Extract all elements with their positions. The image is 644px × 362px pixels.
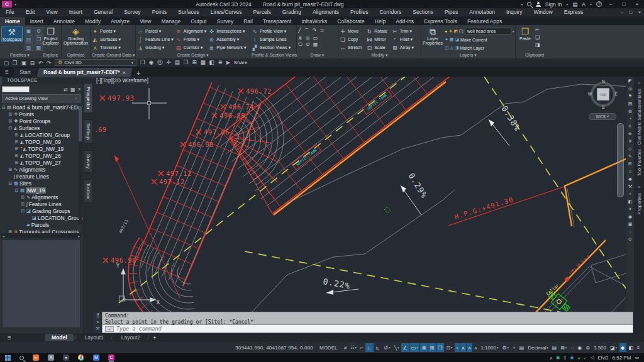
close-icon[interactable]: × [123, 70, 126, 75]
ribbon-button[interactable]: ⊡Scale [366, 43, 387, 52]
menu-item[interactable]: Lines/Curves [205, 9, 248, 15]
windows-start-button[interactable] [5, 355, 11, 361]
draw-tool-icon[interactable]: ▭ [313, 35, 318, 41]
qat-icon[interactable]: ↶ [38, 60, 43, 66]
menu-item[interactable]: Parcels [247, 9, 276, 15]
ribbon-tab[interactable]: Express Tools [419, 17, 462, 25]
taskbar-app-icon[interactable]: ● [63, 354, 69, 361]
navbar-icon[interactable]: ◇ [628, 146, 631, 151]
toolspace-toolbar-icon[interactable]: ? [78, 87, 80, 92]
draw-tool-icon[interactable]: ↷ [313, 28, 317, 35]
qat-icon[interactable]: ⊟ [30, 60, 35, 66]
properties-tab[interactable]: Properties [636, 193, 642, 214]
palette-grip-icon[interactable]: ≡ [638, 185, 640, 189]
ribbon-button[interactable]: ✦Points ▾ [92, 27, 121, 35]
navbar-icon[interactable]: ✎ [628, 154, 632, 159]
statusbar-toggle[interactable]: ≣▾ [420, 343, 428, 352]
tray-icon[interactable]: ▣ [556, 355, 560, 360]
ribbon-tab[interactable]: Rail [238, 17, 258, 25]
navbar-icon[interactable]: ◆ [628, 177, 631, 182]
navbar-icon[interactable]: ⚑ [628, 94, 632, 99]
ribbon-button[interactable]: ◜Fillet ▾ [392, 35, 414, 43]
menu-item[interactable]: Sections [407, 9, 439, 15]
layer-thaw-icon[interactable]: ☀ [448, 29, 452, 34]
layer-dropdown[interactable]: ● ☀ ◩ ▢ well head area ▾ [445, 27, 514, 35]
statusbar-toggle[interactable]: ∟▾ [365, 343, 374, 352]
draw-tool-icon[interactable]: ╱ [298, 28, 301, 35]
panel-label[interactable]: Create Ground Data ▾ [92, 52, 134, 58]
tray-icon[interactable]: ◉ [570, 355, 574, 360]
toolspace-tree-item[interactable]: ⊞ ✛ Points [0, 111, 82, 118]
menu-item[interactable]: Points [147, 9, 173, 15]
menu-item[interactable]: File [0, 9, 20, 15]
tree-expander-icon[interactable]: ⊞ [21, 202, 25, 207]
ribbon-button[interactable]: ◭Surfaces ▾ [92, 35, 121, 43]
tray-expand-icon[interactable]: ʌ [550, 356, 552, 360]
qat-icon[interactable]: ⊞ [192, 59, 196, 67]
navbar-icon[interactable]: ⊕ [628, 131, 632, 136]
tree-expander-icon[interactable]: ⊞ [8, 112, 13, 117]
navbar-icon[interactable]: ◎ [628, 86, 632, 91]
statusbar-toggle[interactable]: ◆▾ [619, 343, 626, 352]
toolspace-tree-item[interactable]: ⊟ ▦ Sites [0, 180, 82, 187]
statusbar-toggle[interactable]: ⚙▾ [501, 343, 511, 352]
restore-button[interactable]: □ [619, 1, 628, 7]
qat-icon[interactable]: ↷ [47, 60, 51, 66]
ribbon-button[interactable]: ▞Section Views ▾ [252, 43, 291, 52]
ribbon-button[interactable]: ∿Profile ▾ [175, 35, 207, 43]
search-icon[interactable] [527, 2, 531, 6]
drawing-canvas[interactable]: [-][Top][2D Wireframe] 497.93496.72496.7… [94, 77, 634, 312]
ribbon-tab[interactable]: View [135, 17, 156, 25]
panel-label[interactable]: Draw ▾ [298, 52, 336, 58]
compass-north[interactable]: N [602, 79, 605, 84]
navbar-icon[interactable]: ⊞ [628, 162, 632, 167]
tree-expander-icon[interactable]: ⊞ [14, 153, 19, 158]
navbar-icon[interactable]: ◉ [628, 214, 632, 219]
navbar-icon[interactable]: ◌ [629, 229, 631, 234]
model-space-button[interactable]: MODEL [318, 345, 339, 351]
clipboard-tool-icon[interactable]: ◨ [535, 42, 540, 50]
statusbar-toggle[interactable]: ↺▾ [382, 343, 391, 352]
statusbar-toggle[interactable]: ⊠▾ [559, 343, 569, 352]
tree-expander-icon[interactable]: ⊟ [21, 209, 25, 214]
active-drawing-view-dropdown[interactable]: Active Drawing View ˅ [2, 94, 80, 102]
toolspace-tab[interactable]: Prospector [84, 83, 93, 113]
tree-expander-icon[interactable]: ⊞ [14, 133, 19, 138]
draw-tool-icon[interactable]: ⬠ [298, 41, 303, 47]
compass-west[interactable]: W [588, 92, 592, 96]
panel-label[interactable]: Palettes ▾ [1, 52, 38, 58]
add-layout-button[interactable]: + [153, 334, 157, 341]
ribbon-tab[interactable]: Transparent [258, 17, 297, 25]
ribbon-button[interactable]: ✂Trim ▾ [392, 27, 414, 35]
command-grip-icon[interactable]: ⣿ [96, 313, 99, 318]
taskbar-search-icon[interactable] [19, 356, 24, 360]
layer-color-swatch[interactable]: ▢ [459, 29, 464, 34]
layer-unlock-icon[interactable]: ◩ [453, 29, 458, 34]
ribbon-tab[interactable]: InfraWorks [296, 17, 332, 25]
panel-label[interactable]: Clipboard [517, 52, 552, 58]
menu-item[interactable]: Window [528, 9, 558, 15]
menu-item[interactable]: Annotation [464, 9, 501, 15]
ribbon-button[interactable]: ≣Pipe Network ▾ [208, 43, 246, 52]
statusbar-toggle[interactable]: ◉▾ [576, 343, 584, 352]
toolspace-tab[interactable]: Toolbox [84, 179, 93, 203]
ribbon-tab[interactable]: Analyze [106, 17, 135, 25]
ribbon-button[interactable]: ⊕Assembly ▾ [208, 35, 246, 43]
navbar-icon[interactable]: ✛ [628, 124, 632, 129]
toolspace-tree-item[interactable]: ▰ Parcels [0, 221, 82, 228]
qat-icon[interactable]: ✛ [167, 59, 171, 67]
ribbon-button[interactable]: ✜Intersections ▾ [208, 27, 246, 35]
ribbon-tab[interactable]: Annotate [48, 17, 80, 25]
statusbar-toggle[interactable]: ≡▾ [635, 343, 641, 352]
taskbar-app-icon[interactable]: A [48, 354, 54, 361]
taskbar-chrome-icon[interactable] [78, 354, 84, 361]
panel-label[interactable]: Explore [42, 52, 60, 58]
statusbar-toggle[interactable]: ∠▾ [401, 343, 409, 352]
command-input[interactable] [116, 326, 630, 332]
make-current-row[interactable]: ✦ ▦ ◪ Make Current [445, 36, 514, 43]
toolspace-filter-input[interactable] [2, 86, 30, 92]
palette-toggle-icon[interactable]: ▤ [25, 35, 33, 43]
ribbon-tab[interactable]: Output [186, 17, 212, 25]
minimize-button[interactable]: – [606, 1, 615, 7]
help-icon[interactable]: ? [596, 1, 602, 7]
